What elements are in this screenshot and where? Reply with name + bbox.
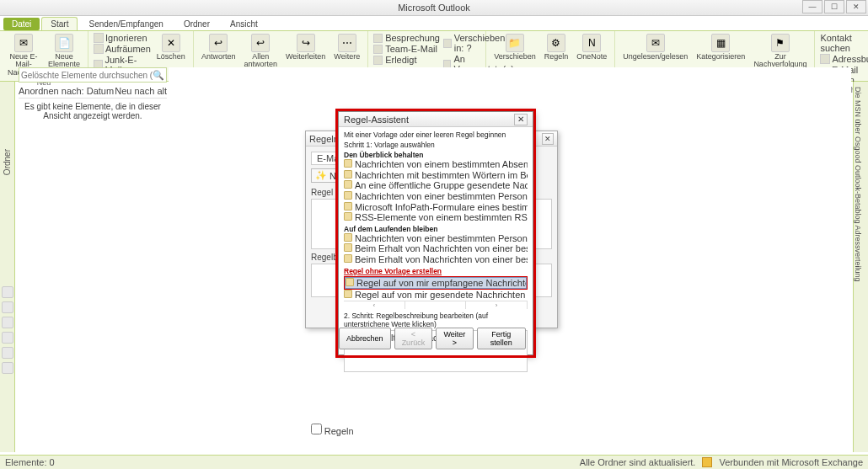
message-list-pane: 🔍 Anordnen nach: Datum Neu nach alt Es g… [19, 67, 167, 124]
template-item[interactable]: Nachrichten von einem bestimmten Absende… [344, 159, 528, 170]
cleanup-icon [94, 44, 104, 54]
folders-label: Ordner [3, 149, 12, 175]
qs-meeting[interactable]: Besprechung [373, 33, 440, 43]
template-item[interactable]: RSS-Elemente von einem bestimmten RSS-Fe… [344, 212, 528, 223]
template-item[interactable]: An eine öffentliche Gruppe gesendete Nac… [344, 180, 528, 191]
h-scrollbar[interactable]: ‹› [344, 301, 528, 309]
mobile-icon [344, 254, 352, 263]
ignore-button[interactable]: Ignorieren [94, 33, 151, 43]
empty-list-message: Es gibt keine Elemente, die in dieser An… [19, 99, 167, 124]
statusbar: Elemente: 0 Alle Ordner sind aktualisier… [0, 455, 868, 469]
ribbon-tabstrip: Datei Start Senden/Empfangen Ordner Ansi… [0, 16, 868, 31]
template-item[interactable]: Nachrichten von einer bestimmten Person … [344, 233, 528, 244]
delete-icon: ✕ [162, 34, 180, 52]
tasks-nav-icon[interactable] [2, 332, 13, 344]
section-uptodate: Auf dem Laufenden bleiben [344, 225, 528, 233]
move-button[interactable]: 📁Verschieben [491, 33, 538, 71]
status-sync: Alle Ordner sind aktualisiert. [580, 457, 696, 467]
folder-icon [344, 180, 352, 189]
status-item-count: Elemente: 0 [5, 457, 55, 467]
addressbook-icon [820, 54, 830, 64]
finish-button[interactable]: Fertig stellen [477, 328, 526, 349]
flag-icon: ⚑ [771, 34, 790, 52]
search-input[interactable] [21, 71, 153, 80]
tab-sendrecv[interactable]: Senden/Empfangen [79, 17, 172, 30]
contact-search[interactable]: Kontakt suchen [820, 33, 868, 53]
rules-button[interactable]: ⚙Regeln [542, 33, 571, 71]
back-button: < Zurück [394, 328, 433, 349]
right-todo-collapsed[interactable]: Die MSN über Osgood Outlook-Betablog Adr… [853, 82, 868, 452]
followup-button[interactable]: ⚑Zur Nachverfolgung [751, 33, 809, 71]
dialog-title: Regel-Assistent [344, 115, 409, 125]
wizard-intro2: Schritt 1: Vorlage auswählen [344, 141, 528, 149]
move-icon: 📁 [506, 34, 524, 52]
tab-start[interactable]: Start [41, 17, 78, 30]
maximize-icon[interactable]: ☐ [824, 0, 844, 13]
template-item[interactable]: Beim Erhalt von Nachrichten von einer be… [344, 243, 528, 254]
replyall-button[interactable]: ↩Allen antworten [241, 33, 280, 71]
rules-checkbox[interactable] [311, 424, 322, 434]
template-item-selected[interactable]: Regel auf von mir empfangene Nachrichten… [346, 278, 526, 289]
unread-button[interactable]: ✉Ungelesen/gelesen [620, 33, 690, 71]
bg-close-icon[interactable]: ✕ [542, 133, 554, 145]
unread-icon: ✉ [646, 34, 665, 52]
folder-icon [344, 159, 352, 168]
left-nav-collapsed[interactable]: Ordner [0, 82, 15, 452]
reply-button[interactable]: ↩Antworten [199, 33, 238, 71]
next-button[interactable]: Weiter > [436, 328, 473, 349]
sound-icon [344, 243, 352, 252]
rule-wizard-dialog: Regel-Assistent ✕ Mit einer Vorlage oder… [338, 111, 533, 355]
addressbook-button[interactable]: Adressbuch [820, 54, 868, 64]
shortcuts-nav-icon[interactable] [2, 362, 13, 374]
template-item[interactable]: Beim Erhalt von Nachrichten von einer be… [344, 254, 528, 265]
categorize-icon: ▦ [711, 34, 730, 52]
cancel-button[interactable]: Abbrechen [339, 328, 391, 349]
connection-icon [702, 457, 712, 467]
forward-button[interactable]: ↪Weiterleiten [283, 33, 328, 71]
flag-icon [344, 191, 352, 200]
mail-icon: ✉ [14, 34, 33, 52]
more-icon: ⋯ [338, 34, 356, 52]
arrange-by[interactable]: Anordnen nach: Datum [19, 86, 115, 96]
template-item[interactable]: Nachrichten von einer bestimmten Person … [344, 191, 528, 202]
replyall-icon: ↩ [251, 34, 270, 52]
teammail-icon [373, 45, 383, 54]
minimize-icon[interactable]: — [802, 0, 822, 13]
cleanup-button[interactable]: Aufräumen [94, 44, 151, 54]
categorize-button[interactable]: ▦Kategorisieren [694, 33, 747, 71]
arrange-order[interactable]: Neu nach alt [115, 86, 167, 96]
folder-icon [344, 170, 352, 179]
onenote-icon: N [582, 34, 601, 52]
search-box[interactable]: 🔍 [19, 67, 167, 83]
contacts-nav-icon[interactable] [2, 317, 13, 328]
tab-view[interactable]: Ansicht [221, 17, 267, 30]
outbox-icon [344, 290, 352, 298]
template-item[interactable]: Regel auf von mir gesendete Nachrichten … [344, 290, 528, 301]
calendar-nav-icon[interactable] [2, 301, 13, 313]
more-respond-button[interactable]: ⋯Weitere [331, 33, 362, 71]
tab-file[interactable]: Datei [3, 18, 40, 30]
moveto-icon [443, 39, 452, 48]
notes-nav-icon[interactable] [2, 347, 13, 359]
rss-icon [344, 212, 352, 221]
dialog-close-icon[interactable]: ✕ [514, 114, 528, 125]
mail-nav-icon[interactable] [2, 286, 13, 298]
section-blank: Regel ohne Vorlage erstellen [344, 267, 528, 275]
window-titlebar: Microsoft Outlook — ☐ ✕ [0, 0, 868, 16]
search-icon[interactable]: 🔍 [153, 69, 164, 81]
right-rail-text: Die MSN über Osgood Outlook-Betablog Adr… [854, 82, 862, 282]
template-item[interactable]: Microsoft InfoPath-Formulare eines besti… [344, 202, 528, 213]
ignore-icon [94, 33, 104, 43]
onenote-button[interactable]: NOneNote [574, 33, 609, 71]
section-organized: Den Überblick behalten [344, 151, 528, 159]
meeting-icon [373, 34, 383, 43]
template-item[interactable]: Nachrichten mit bestimmten Wörtern im Be… [344, 170, 528, 181]
qs-done[interactable]: Erledigt [373, 55, 440, 65]
wand-icon: ✨ [315, 170, 327, 181]
qs-teammail[interactable]: Team-E-Mail [373, 44, 440, 54]
forward-icon: ↪ [297, 34, 315, 52]
items-icon: 📄 [55, 34, 73, 52]
app-title: Microsoft Outlook [398, 3, 470, 13]
tab-folder[interactable]: Ordner [174, 17, 219, 30]
close-icon[interactable]: ✕ [846, 0, 866, 13]
